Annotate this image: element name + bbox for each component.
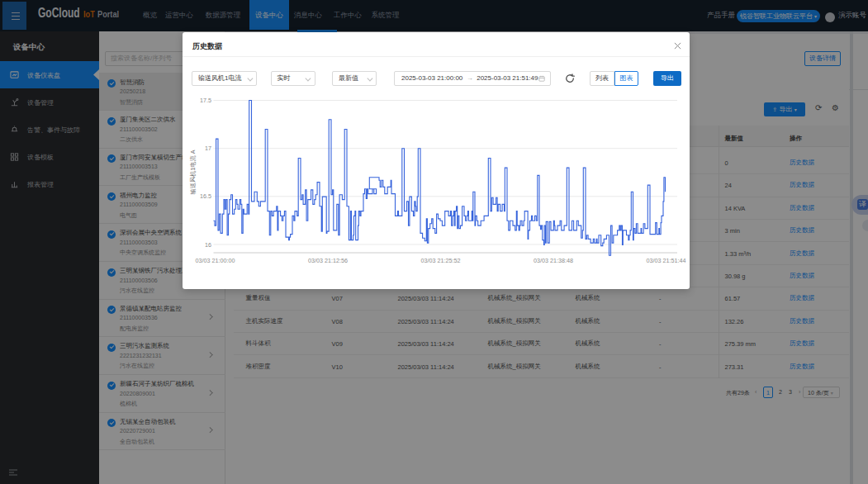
svg-text:17: 17 xyxy=(205,145,211,152)
svg-text:03/03 21:12:56: 03/03 21:12:56 xyxy=(308,257,348,264)
svg-text:17.5: 17.5 xyxy=(200,97,211,104)
svg-text:03/03 21:38:48: 03/03 21:38:48 xyxy=(534,257,573,264)
svg-text:03/03 21:51:44: 03/03 21:51:44 xyxy=(647,257,686,264)
svg-text:03/03 21:25:52: 03/03 21:25:52 xyxy=(421,257,461,264)
svg-text:16.5: 16.5 xyxy=(200,192,211,200)
svg-text:16: 16 xyxy=(205,241,211,249)
svg-text:03/03 21:00:00: 03/03 21:00:00 xyxy=(196,257,235,264)
svg-text:输送风机1电流 A: 输送风机1电流 A xyxy=(189,149,197,194)
